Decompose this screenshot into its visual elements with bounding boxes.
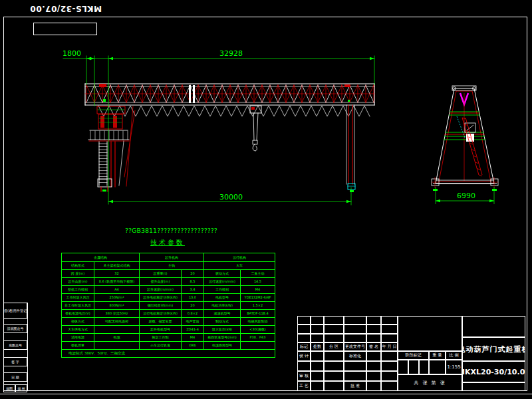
platform-railing bbox=[90, 131, 128, 140]
spec-cell: ZD41-4 bbox=[182, 326, 204, 334]
revision-cell bbox=[344, 334, 366, 342]
spec-cell bbox=[241, 342, 275, 350]
girder-splice bbox=[189, 85, 191, 103]
spec-cell: 电机型号 bbox=[204, 294, 241, 302]
left-leg bbox=[88, 106, 135, 192]
revision-cell bbox=[366, 334, 381, 342]
spec-cell: 8.5 bbox=[182, 278, 204, 286]
spec-cell: 起升高度(m) bbox=[62, 278, 94, 286]
spec-cell: I36b bbox=[182, 342, 204, 350]
leg-connection-left bbox=[99, 84, 106, 87]
revision-cell bbox=[324, 334, 344, 342]
spec-cell: 20 bbox=[182, 270, 204, 278]
spec-cell: 驱动方式 bbox=[204, 270, 241, 278]
girder-splice bbox=[193, 85, 195, 103]
role-cell bbox=[381, 371, 398, 381]
revision-cell bbox=[366, 325, 381, 333]
spec-table: 金属结构起升机构运行机构结构形式单主梁桁架式结构主钩大车跨 度(m)32起重量(… bbox=[61, 253, 275, 358]
right-leg bbox=[346, 105, 355, 192]
spec-cell: 大车供电方式 bbox=[62, 326, 94, 334]
spec-cell: 提升高度(m) bbox=[140, 278, 182, 286]
role-cell bbox=[381, 351, 398, 361]
hook-icon bbox=[253, 144, 257, 151]
spec-cell: 250N/m² bbox=[94, 294, 140, 302]
spec-cell: M4 bbox=[241, 286, 275, 294]
role-cell bbox=[366, 351, 381, 361]
spec-cell: 运行电机额定功率(kW) bbox=[140, 310, 182, 318]
leg-connection-right bbox=[344, 84, 350, 87]
ladder bbox=[99, 144, 107, 183]
spec-cell: 小车运行轨道 bbox=[140, 342, 182, 350]
spec-cell: 金属结构 bbox=[62, 253, 140, 262]
dim-girder-length: 32928 bbox=[219, 49, 243, 58]
spec-cell: 二角主动 bbox=[241, 270, 275, 278]
spec-cell: 单主梁桁架式结构 bbox=[94, 262, 140, 270]
dimension-arrows bbox=[86, 57, 374, 203]
tb-scale-value: 1:155 bbox=[446, 360, 462, 374]
tb-count-label: 处数 bbox=[311, 342, 324, 351]
spec-cell: A4 bbox=[94, 286, 140, 294]
spec-cell bbox=[94, 326, 140, 334]
tb-empty-mid bbox=[398, 316, 462, 351]
spec-cell: 超载、报警装置 bbox=[140, 318, 182, 326]
role-cell bbox=[381, 381, 398, 391]
spec-cell: 电声警笛 bbox=[182, 318, 204, 326]
tb-weight-label: 重 量 bbox=[429, 351, 446, 360]
spec-cell: 起升速度(m/min) bbox=[140, 286, 182, 294]
spec-cell: 3.4 bbox=[182, 286, 204, 294]
spec-cell: 32 bbox=[94, 270, 140, 278]
spec-cell: 起升电机型号 bbox=[140, 326, 182, 334]
spec-cell: 0.8×2 bbox=[182, 310, 204, 318]
tb-stage-box bbox=[398, 360, 408, 374]
spec-cell: YDE132M2-6/4F bbox=[241, 294, 275, 302]
spec-cell: 8.6 (轨面至吊钩下极限) bbox=[94, 278, 140, 286]
spec-cell: P38、P43 bbox=[241, 334, 275, 342]
dim-base-width: 6990 bbox=[457, 192, 475, 200]
spec-table-title: 技术参数 bbox=[150, 238, 185, 247]
spec-cell: 起重量(t) bbox=[140, 270, 182, 278]
spec-cell: 大车 bbox=[204, 262, 275, 270]
spec-table-note: 电源制式 380V、50Hz、三相交流 bbox=[62, 350, 275, 358]
role-cell: 批 准 bbox=[344, 381, 366, 391]
crane-elevation-view: 1800 32928 30000 bbox=[63, 49, 374, 205]
role-cell bbox=[311, 351, 324, 361]
inclined-ladder bbox=[462, 118, 482, 176]
spec-cell: 跨 度(m) bbox=[62, 270, 94, 278]
tb-sign-label: 签 名 bbox=[366, 342, 381, 351]
spec-cell: 20 bbox=[182, 302, 204, 310]
spec-cell: 主钩 bbox=[140, 262, 204, 270]
revision-cell bbox=[366, 316, 381, 325]
spec-cell: 起升机构 bbox=[140, 253, 204, 262]
spec-cell: 电缆 bbox=[94, 334, 140, 342]
tb-mark-label: 标记 bbox=[297, 342, 311, 351]
spec-cell: 减速机型号 bbox=[204, 310, 241, 318]
spec-cell: 起升电机额定功率(kW) bbox=[140, 294, 182, 302]
spec-cell: M4 bbox=[182, 334, 204, 342]
revision-cell bbox=[297, 325, 311, 333]
festoon-cable bbox=[98, 106, 370, 116]
revision-cell bbox=[311, 334, 324, 342]
spec-cell: 380 交流50Hz bbox=[94, 310, 140, 318]
spec-cell: 结构形式 bbox=[62, 262, 94, 270]
spec-cell: 可配无线电遥控 bbox=[94, 318, 140, 326]
hoist-trolley bbox=[250, 106, 261, 151]
role-cell bbox=[366, 361, 381, 371]
tb-empty-bottom bbox=[462, 382, 525, 391]
spec-cell: BATDF-11B.4 bbox=[241, 310, 275, 318]
revision-cell bbox=[311, 325, 324, 333]
standard-note: ??GB3811?????????????????? bbox=[125, 227, 217, 234]
revision-cell bbox=[297, 316, 311, 325]
revision-cell bbox=[381, 325, 398, 333]
dim-span: 30000 bbox=[219, 193, 243, 201]
tb-weight-value bbox=[429, 360, 446, 374]
spec-cell: 非工作时最大风压 bbox=[62, 302, 94, 310]
spec-cell: 800N/m² bbox=[94, 302, 140, 310]
role-cell bbox=[311, 371, 324, 381]
tb-company-cell bbox=[462, 316, 525, 337]
role-cell bbox=[324, 381, 344, 391]
spec-cell: 电缆卷筒型号 bbox=[204, 342, 241, 350]
spec-cell: 电机功率(kW) bbox=[204, 302, 241, 310]
roles-grid: 设 计标准化审 核工 艺批 准 bbox=[297, 351, 398, 391]
tb-stage-box bbox=[419, 360, 429, 374]
tb-scale-label: 比 例 bbox=[446, 351, 462, 360]
